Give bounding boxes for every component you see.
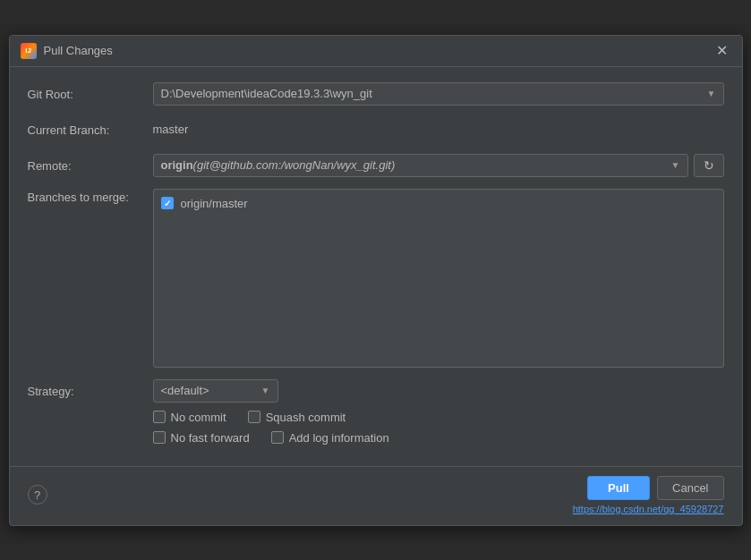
current-branch-row: Current Branch: master	[28, 117, 724, 142]
options-section: No commit Squash commit No fast forward …	[153, 411, 724, 445]
footer-right: Pull Cancel https://blog.csdn.net/qq_459…	[573, 476, 724, 514]
footer-buttons: Pull Cancel	[587, 476, 723, 500]
dialog-title: Pull Changes	[44, 44, 113, 57]
no-fast-forward-checkbox[interactable]	[153, 431, 166, 444]
git-root-arrow: ▼	[707, 89, 716, 98]
remote-name: origin	[161, 158, 193, 172]
no-commit-option[interactable]: No commit	[153, 411, 226, 424]
dialog-content: Git Root: D:\Development\ideaCode19.3.3\…	[10, 67, 742, 466]
pull-changes-dialog: IJ Pull Changes ✕ Git Root: D:\Developme…	[9, 35, 743, 526]
refresh-button[interactable]: ↻	[694, 154, 724, 177]
current-branch-label: Current Branch:	[28, 122, 153, 137]
remote-arrow: ▼	[671, 160, 680, 170]
add-log-label: Add log information	[289, 431, 389, 445]
branches-label: Branches to merge:	[28, 189, 153, 204]
squash-commit-option[interactable]: Squash commit	[248, 411, 346, 424]
close-button[interactable]: ✕	[713, 44, 731, 58]
add-log-checkbox[interactable]	[271, 431, 284, 444]
title-bar: IJ Pull Changes ✕	[10, 36, 742, 67]
no-commit-checkbox[interactable]	[153, 411, 166, 423]
options-row-2: No fast forward Add log information	[153, 431, 724, 445]
app-icon: IJ	[21, 43, 37, 59]
branches-row: Branches to merge: origin/master	[28, 189, 724, 368]
cancel-button[interactable]: Cancel	[657, 476, 723, 500]
remote-url: (git@github.com:/wongNan/wyx_git.git)	[193, 158, 396, 172]
url-hint[interactable]: https://blog.csdn.net/qq_45928727	[573, 504, 724, 514]
branches-box: origin/master	[153, 189, 724, 368]
pull-button[interactable]: Pull	[587, 476, 650, 500]
strategy-value: <default>	[161, 384, 209, 397]
git-root-row: Git Root: D:\Development\ideaCode19.3.3\…	[28, 81, 724, 106]
git-root-dropdown[interactable]: D:\Development\ideaCode19.3.3\wyn_git ▼	[153, 82, 724, 106]
strategy-label: Strategy:	[28, 383, 153, 398]
no-fast-forward-label: No fast forward	[171, 431, 250, 445]
git-root-label: Git Root:	[28, 86, 153, 101]
branch-name: origin/master	[181, 197, 248, 210]
git-root-value: D:\Development\ideaCode19.3.3\wyn_git	[161, 87, 372, 100]
strategy-dropdown[interactable]: <default> ▼	[153, 379, 278, 403]
help-button[interactable]: ?	[28, 485, 47, 505]
squash-commit-label: Squash commit	[266, 411, 346, 424]
no-fast-forward-option[interactable]: No fast forward	[153, 431, 250, 445]
remote-row: Remote: origin(git@github.com:/wongNan/w…	[28, 153, 724, 178]
squash-commit-checkbox[interactable]	[248, 411, 260, 423]
remote-display: origin(git@github.com:/wongNan/wyx_git.g…	[161, 158, 396, 172]
branch-item: origin/master	[161, 195, 716, 212]
remote-wrapper: origin(git@github.com:/wongNan/wyx_git.g…	[153, 154, 724, 177]
branch-checkbox[interactable]	[161, 197, 174, 209]
title-bar-left: IJ Pull Changes	[21, 43, 113, 59]
strategy-row: Strategy: <default> ▼	[28, 378, 724, 403]
no-commit-label: No commit	[171, 411, 226, 424]
options-row-1: No commit Squash commit	[153, 411, 724, 424]
remote-label: Remote:	[28, 157, 153, 173]
add-log-option[interactable]: Add log information	[271, 431, 389, 445]
strategy-arrow: ▼	[261, 386, 270, 395]
remote-dropdown[interactable]: origin(git@github.com:/wongNan/wyx_git.g…	[153, 154, 688, 177]
current-branch-value: master	[153, 123, 189, 136]
dialog-footer: ? Pull Cancel https://blog.csdn.net/qq_4…	[10, 466, 742, 525]
